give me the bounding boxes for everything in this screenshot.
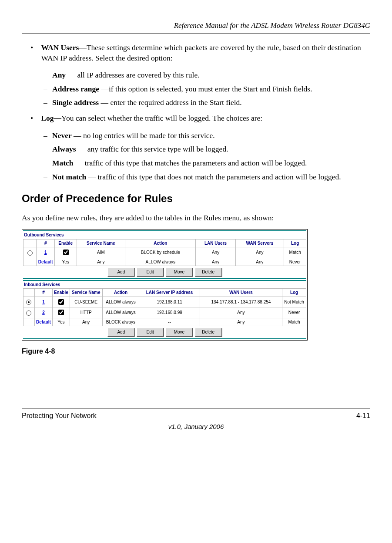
log-match: –Match — traffic of this type that match… <box>44 158 370 169</box>
delete-button[interactable]: Delete <box>195 268 222 277</box>
inbound-title: Inbound Services <box>23 281 306 289</box>
inbound-group: Inbound Services # Enable Service Name A… <box>23 280 306 339</box>
table-row: 1 CU-SEEME ALLOW always 192.168.0.11 134… <box>23 297 306 307</box>
enable-checkbox[interactable] <box>58 299 64 305</box>
table-row: Default Yes Any BLOCK always -- Any Matc… <box>23 318 306 326</box>
wan-users-desc: These settings determine which packets a… <box>41 43 361 62</box>
default-label: Default <box>38 260 53 264</box>
outbound-head-row: # Enable Service Name Action LAN Users W… <box>23 239 306 247</box>
row-radio[interactable] <box>26 300 31 305</box>
rules-screenshot: Outbound Services # Enable Service Name … <box>22 229 308 341</box>
enable-checkbox[interactable] <box>63 250 69 255</box>
row-radio[interactable] <box>26 310 31 316</box>
wan-range: –Address range —if this option is select… <box>44 84 370 94</box>
inbound-buttons: Add Edit Move Delete <box>23 326 306 338</box>
move-button[interactable]: Move <box>166 328 193 337</box>
add-button[interactable]: Add <box>107 268 134 277</box>
enable-checkbox[interactable] <box>58 310 64 315</box>
outbound-buttons: Add Edit Move Delete <box>23 266 306 278</box>
page-footer: Protecting Your Network 4-11 v1.0, Janua… <box>22 408 370 431</box>
outbound-title: Outbound Services <box>23 231 306 239</box>
add-button[interactable]: Add <box>107 328 134 337</box>
footer-right: 4-11 <box>356 411 370 421</box>
default-label: Default <box>36 320 51 324</box>
table-row: 2 HTTP ALLOW always 192.168.0.99 Any Nev… <box>23 307 306 318</box>
row-num-link[interactable]: 2 <box>42 310 45 315</box>
log-item: • Log—You can select whether the traffic… <box>30 113 370 124</box>
wan-users-label: WAN Users— <box>41 43 87 52</box>
section-para: As you define new rules, they are added … <box>22 213 370 223</box>
log-notmatch: –Not match — traffic of this type that d… <box>44 172 370 182</box>
row-num-link[interactable]: 1 <box>44 250 47 255</box>
footer-center: v1.0, January 2006 <box>22 422 370 431</box>
row-radio[interactable] <box>27 250 33 256</box>
edit-button[interactable]: Edit <box>137 268 164 277</box>
doc-header: Reference Manual for the ADSL Modem Wire… <box>22 21 370 31</box>
outbound-group: Outbound Services # Enable Service Name … <box>23 230 306 279</box>
wan-users-item: • WAN Users—These settings determine whi… <box>30 43 370 63</box>
figure-caption: Figure 4-8 <box>22 347 370 356</box>
edit-button[interactable]: Edit <box>137 328 164 337</box>
table-row: Default Yes Any ALLOW always Any Any Nev… <box>23 258 306 266</box>
row-num-link[interactable]: 1 <box>42 300 45 304</box>
log-never: –Never — no log entries will be made for… <box>44 131 370 141</box>
footer-left: Protecting Your Network <box>22 411 97 421</box>
log-desc: You can select whether the traffic will … <box>61 114 262 122</box>
wan-any: –Any — all IP addresses are covered by t… <box>44 70 370 81</box>
inbound-table: # Enable Service Name Action LAN Server … <box>23 288 306 326</box>
wan-single: –Single address — enter the required add… <box>44 98 370 108</box>
header-rule <box>22 34 370 34</box>
delete-button[interactable]: Delete <box>195 328 222 337</box>
section-heading: Order of Precedence for Rules <box>22 192 370 206</box>
table-row: 1 AIM BLOCK by schedule Any Any Match <box>23 247 306 258</box>
log-always: –Always — any traffic for this service t… <box>44 144 370 155</box>
inbound-head-row: # Enable Service Name Action LAN Server … <box>23 289 306 297</box>
outbound-table: # Enable Service Name Action LAN Users W… <box>23 239 306 266</box>
move-button[interactable]: Move <box>166 268 193 277</box>
log-label: Log— <box>41 114 61 122</box>
